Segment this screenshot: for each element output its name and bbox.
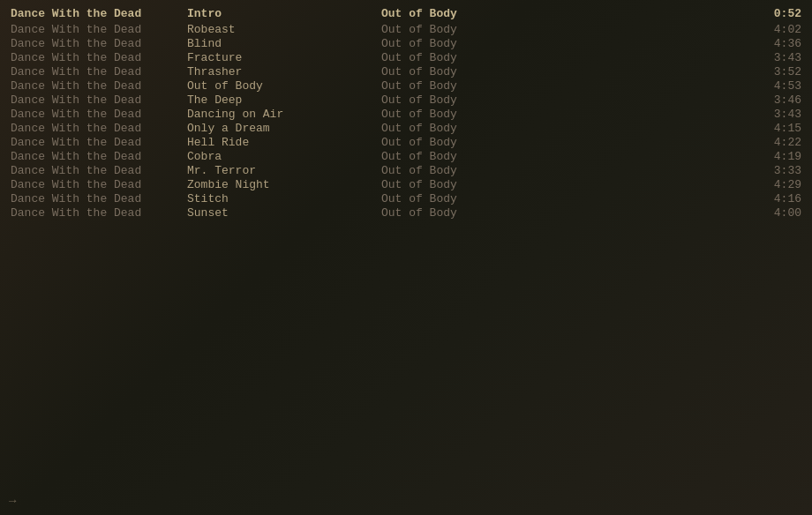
- track-title: Only a Dream: [187, 122, 381, 136]
- track-artist: Dance With the Dead: [11, 164, 187, 178]
- table-row[interactable]: Dance With the DeadBlindOut of Body4:36: [0, 37, 812, 51]
- header-title: Intro: [187, 7, 381, 21]
- track-duration: 3:43: [757, 108, 801, 122]
- track-duration: 3:52: [757, 65, 801, 79]
- track-title: The Deep: [187, 93, 381, 108]
- header-album: Out of Body: [381, 7, 757, 21]
- track-list-header: Dance With the Dead Intro Out of Body 0:…: [0, 7, 812, 21]
- track-album: Out of Body: [381, 65, 757, 79]
- table-row[interactable]: Dance With the DeadHell RideOut of Body4…: [0, 136, 812, 150]
- track-album: Out of Body: [381, 136, 757, 150]
- track-artist: Dance With the Dead: [11, 93, 187, 108]
- table-row[interactable]: Dance With the DeadThrasherOut of Body3:…: [0, 65, 812, 79]
- table-row[interactable]: Dance With the DeadFractureOut of Body3:…: [0, 51, 812, 65]
- track-duration: 4:53: [757, 79, 801, 93]
- track-duration: 3:33: [757, 164, 801, 178]
- table-row[interactable]: Dance With the DeadDancing on AirOut of …: [0, 108, 812, 122]
- track-artist: Dance With the Dead: [11, 192, 187, 206]
- track-artist: Dance With the Dead: [11, 79, 187, 93]
- track-album: Out of Body: [381, 23, 757, 37]
- track-album: Out of Body: [381, 37, 757, 51]
- track-artist: Dance With the Dead: [11, 206, 187, 220]
- table-row[interactable]: Dance With the DeadCobraOut of Body4:19: [0, 150, 812, 164]
- table-row[interactable]: Dance With the DeadOnly a DreamOut of Bo…: [0, 122, 812, 136]
- track-artist: Dance With the Dead: [11, 108, 187, 122]
- track-artist: Dance With the Dead: [11, 136, 187, 150]
- track-album: Out of Body: [381, 122, 757, 136]
- track-artist: Dance With the Dead: [11, 23, 187, 37]
- track-album: Out of Body: [381, 108, 757, 122]
- track-duration: 3:46: [757, 93, 801, 108]
- track-duration: 3:43: [757, 51, 801, 65]
- table-row[interactable]: Dance With the DeadZombie NightOut of Bo…: [0, 178, 812, 192]
- track-artist: Dance With the Dead: [11, 150, 187, 164]
- track-album: Out of Body: [381, 93, 757, 108]
- track-duration: 4:36: [757, 37, 801, 51]
- track-artist: Dance With the Dead: [11, 122, 187, 136]
- track-title: Blind: [187, 37, 381, 51]
- track-album: Out of Body: [381, 79, 757, 93]
- track-title: Cobra: [187, 150, 381, 164]
- table-row[interactable]: Dance With the DeadThe DeepOut of Body3:…: [0, 93, 812, 108]
- track-duration: 4:00: [757, 206, 801, 220]
- track-artist: Dance With the Dead: [11, 65, 187, 79]
- table-row[interactable]: Dance With the DeadOut of BodyOut of Bod…: [0, 79, 812, 93]
- track-duration: 4:22: [757, 136, 801, 150]
- track-title: Mr. Terror: [187, 164, 381, 178]
- track-duration: 4:15: [757, 122, 801, 136]
- track-artist: Dance With the Dead: [11, 37, 187, 51]
- track-duration: 4:16: [757, 192, 801, 206]
- table-row[interactable]: Dance With the DeadRobeastOut of Body4:0…: [0, 23, 812, 37]
- header-duration: 0:52: [757, 7, 801, 21]
- table-row[interactable]: Dance With the DeadStitchOut of Body4:16: [0, 192, 812, 206]
- track-title: Hell Ride: [187, 136, 381, 150]
- track-title: Zombie Night: [187, 178, 381, 192]
- track-title: Thrasher: [187, 65, 381, 79]
- track-album: Out of Body: [381, 51, 757, 65]
- track-duration: 4:29: [757, 178, 801, 192]
- track-album: Out of Body: [381, 164, 757, 178]
- track-album: Out of Body: [381, 178, 757, 192]
- track-title: Robeast: [187, 23, 381, 37]
- track-title: Stitch: [187, 192, 381, 206]
- track-artist: Dance With the Dead: [11, 51, 187, 65]
- track-title: Fracture: [187, 51, 381, 65]
- track-list: Dance With the Dead Intro Out of Body 0:…: [0, 0, 812, 228]
- track-artist: Dance With the Dead: [11, 178, 187, 192]
- bottom-arrow-icon: →: [9, 494, 16, 508]
- track-title: Dancing on Air: [187, 108, 381, 122]
- track-duration: 4:19: [757, 150, 801, 164]
- track-album: Out of Body: [381, 192, 757, 206]
- track-duration: 4:02: [757, 23, 801, 37]
- table-row[interactable]: Dance With the DeadMr. TerrorOut of Body…: [0, 164, 812, 178]
- track-title: Sunset: [187, 206, 381, 220]
- track-album: Out of Body: [381, 150, 757, 164]
- track-album: Out of Body: [381, 206, 757, 220]
- header-artist: Dance With the Dead: [11, 7, 187, 21]
- track-title: Out of Body: [187, 79, 381, 93]
- table-row[interactable]: Dance With the DeadSunsetOut of Body4:00: [0, 206, 812, 220]
